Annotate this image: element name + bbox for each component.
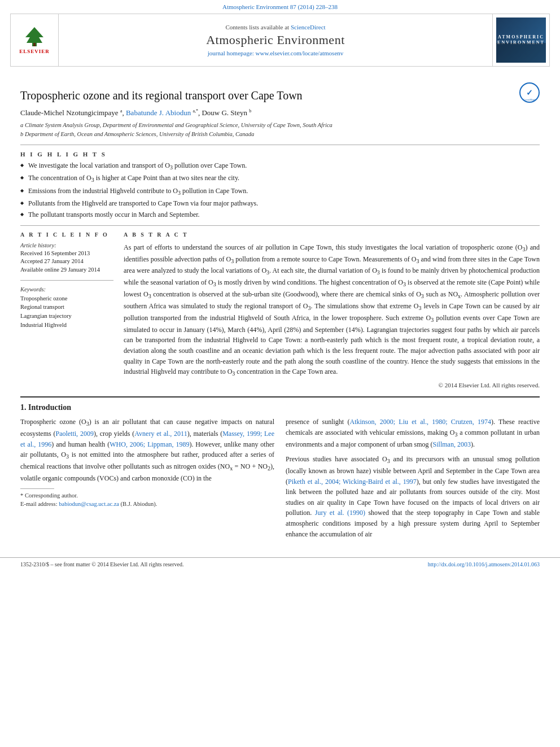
sciencedirect-link[interactable]: ScienceDirect [291,24,326,30]
affiliation-a: a Climate System Analysis Group, Departm… [20,121,540,130]
intro-title: Introduction [28,403,71,412]
keyword-2: Regional transport [20,303,113,312]
authors-line: Claude-Michel Nzotungicimpaye a, Babatun… [20,107,540,119]
received-date: Received 16 September 2013 Accepted 27 J… [20,250,113,274]
elsevier-tree-svg [21,26,48,47]
article-title: Tropospheric ozone and its regional tran… [20,88,514,103]
avnery-link[interactable]: Avnery et al., 2011 [134,430,187,438]
highlight-item-5: The pollutant transports mostly occur in… [20,210,540,220]
doi-link[interactable]: http://dx.doi.org/10.1016/j.atmosenv.201… [428,561,540,567]
piketh-link[interactable]: Piketh et al., 2004; Wicking-Baird et al… [288,478,417,486]
who-link[interactable]: WHO, 2006; Lippman, 1989 [110,440,189,448]
abstract-title: A B S T R A C T [124,231,540,238]
journal-logo-city [496,43,546,63]
corresponding-author-note: * Corresponding author. [20,491,274,500]
sciencedirect-label: Contents lists available at [225,24,289,30]
footnote: * Corresponding author. E-mail address: … [20,491,274,509]
highlights-section: H I G H L I G H T S We investigate the l… [20,151,540,220]
info-abstract-cols: A R T I C L E I N F O Article history: R… [20,231,540,389]
header-box: ELSEVIER Contents lists available at Sci… [10,14,550,67]
keyword-1: Tropospheric ozone [20,294,113,303]
journal-title: Atmospheric Environment [206,33,345,47]
intro-para-1: Tropospheric ozone (O3) is an air pollut… [20,417,274,483]
sciencedirect-line: Contents lists available at ScienceDirec… [225,24,325,30]
header-right-logo: ATMOSPHERICENVIRONMENT [493,14,549,66]
header-center: Contents lists available at ScienceDirec… [59,14,493,66]
intro-para-right-2: Previous studies have associated O3 and … [286,454,540,539]
journal-logo-box: ATMOSPHERICENVIRONMENT [496,18,546,63]
email-link[interactable]: babiodun@csag.uct.ac.za [59,501,119,507]
svg-text:✓: ✓ [526,89,533,97]
abstract-col: A B S T R A C T As part of efforts to un… [124,231,540,389]
crossmark-icon: ✓ CrossMark [519,82,540,103]
info-divider [20,280,113,281]
article-info-title: A R T I C L E I N F O [20,231,113,238]
intro-right-col: presence of sunlight (Atkinson, 2000; Li… [286,417,540,544]
keywords-label: Keywords: [20,286,113,292]
intro-para-right-1: presence of sunlight (Atkinson, 2000; Li… [286,417,540,449]
introduction-section: 1. Introduction Tropospheric ozone (O3) … [20,396,540,544]
journal-ref-text: Atmospheric Environment 87 (2014) 228–23… [222,3,338,10]
intro-number: 1. [20,403,27,412]
svg-text:CrossMark: CrossMark [523,98,536,101]
history-label: Article history: [20,242,113,248]
intro-left-col: Tropospheric ozone (O3) is an air pollut… [20,417,274,544]
highlights-title: H I G H L I G H T S [20,151,540,158]
keyword-3: Lagrangian trajectory [20,312,113,321]
highlight-item-1: We investigate the local variation and t… [20,161,540,172]
divider-2 [20,225,540,226]
article-content: Tropospheric ozone and its regional tran… [0,67,560,549]
email-line: E-mail address: babiodun@csag.uct.ac.za … [20,500,274,509]
abstract-text: As part of efforts to understand the sou… [124,242,540,379]
divider-1 [20,145,540,145]
page: Atmospheric Environment 87 (2014) 228–23… [0,0,560,747]
article-info-col: A R T I C L E I N F O Article history: R… [20,231,113,389]
highlight-item-4: Pollutants from the Highveld are transpo… [20,199,540,208]
available: Available online 29 January 2014 [20,266,113,274]
intro-two-col: Tropospheric ozone (O3) is an air pollut… [20,417,540,544]
page-footer: 1352-2310/$ – see front matter © 2014 El… [0,557,560,567]
svg-marker-1 [25,27,43,43]
svg-rect-2 [33,43,36,46]
atkinson-link[interactable]: Atkinson, 2000; Liu et al., 1980; Crutze… [349,418,491,426]
jury-link[interactable]: Jury et al. (1990) [315,509,365,517]
introduction-heading: 1. Introduction [20,403,540,412]
email-label: E-mail address: [20,501,58,507]
elsevier-text: ELSEVIER [19,49,50,54]
elsevier-logo-section: ELSEVIER [11,14,59,66]
keyword-4: Industrial Highveld [20,321,113,330]
journal-homepage: journal homepage: www.elsevier.com/locat… [208,50,344,56]
elsevier-logo: ELSEVIER [15,23,54,57]
footer-doi: http://dx.doi.org/10.1016/j.atmosenv.201… [428,561,540,567]
author-abiodun[interactable]: Babatunde J. Abiodun [126,108,191,117]
received: Received 16 September 2013 [20,250,113,258]
copyright-line: © 2014 Elsevier Ltd. All rights reserved… [124,382,540,388]
highlight-item-3: Emissions from the industrial Highveld c… [20,186,540,197]
highlight-item-2: The concentration of O3 is higher at Cap… [20,173,540,184]
email-suffix: (B.J. Abiodun). [121,501,158,507]
paoletti-link[interactable]: Paoletti, 2009 [55,430,93,438]
footer-issn: 1352-2310/$ – see front matter © 2014 El… [20,561,183,567]
affiliation-b: b Department of Earth, Ocean and Atmosph… [20,130,540,139]
sillman-link[interactable]: Sillman, 2003 [433,440,471,448]
footnote-divider [20,488,54,489]
journal-ref-bar: Atmospheric Environment 87 (2014) 228–23… [0,0,560,11]
accepted: Accepted 27 January 2014 [20,257,113,266]
